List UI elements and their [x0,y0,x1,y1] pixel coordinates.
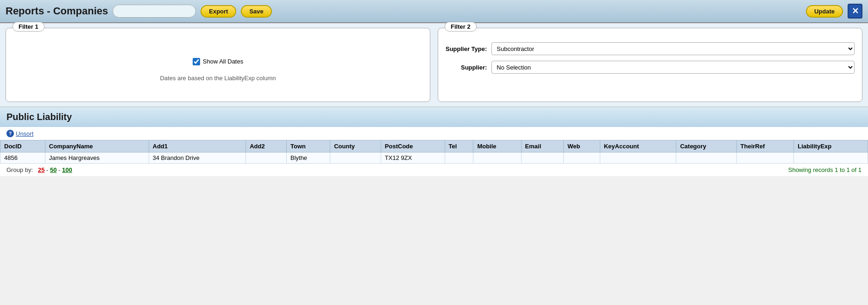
cell-add1: 34 Brandon Drive [149,152,246,164]
dates-note: Dates are based on the LiabilityExp colu… [160,75,276,82]
col-header-web: Web [564,140,600,152]
page-title: Reports - Companies [6,5,108,17]
filter2-content: Supplier Type: Subcontractor Supplier Cl… [446,33,855,74]
results-table: DocIDCompanyNameAdd1Add2TownCountyPostCo… [0,140,868,164]
group-50-link[interactable]: 50 [50,166,57,173]
showing-records: Showing records 1 to 1 of 1 [788,166,862,173]
cell-companyname: James Hargreaves [45,152,149,164]
filter1-box: Filter 1 Show All Dates Dates are based … [6,28,430,102]
unsort-link[interactable]: Unsort [16,130,33,137]
cell-email [521,152,564,164]
col-header-postcode: PostCode [381,140,445,152]
group-by-label: Group by: [6,166,33,173]
group-25-link[interactable]: 25 [38,166,44,173]
table-footer: Group by: 25 - 50 - 100 Showing records … [0,164,868,176]
filter2-label: Filter 2 [445,22,477,32]
update-button[interactable]: Update [806,5,843,18]
help-icon: ? [6,130,14,137]
cell-keyaccount [600,152,676,164]
col-header-email: Email [521,140,564,152]
cell-web [564,152,600,164]
col-header-docid: DocID [0,140,45,152]
show-all-dates-row: Show All Dates [193,58,243,65]
close-button[interactable]: ✕ [848,4,862,19]
col-header-category: Category [676,140,736,152]
filter1-content: Show All Dates Dates are based on the Li… [13,33,422,97]
filter1-label: Filter 1 [13,22,44,32]
col-header-companyname: CompanyName [45,140,149,152]
col-header-county: County [330,140,381,152]
col-header-add1: Add1 [149,140,246,152]
col-header-liabilityexp: LiabilityExp [794,140,868,152]
unsort-row: ? Unsort [0,127,868,140]
col-header-theirref: TheirRef [736,140,794,152]
cell-category [676,152,736,164]
col-header-town: Town [286,140,330,152]
cell-county [330,152,381,164]
filters-area: Filter 1 Show All Dates Dates are based … [0,23,868,107]
cell-theirref [736,152,794,164]
table-body: 4856James Hargreaves34 Brandon DriveBlyt… [0,152,868,164]
col-header-add2: Add2 [246,140,287,152]
table-header: DocIDCompanyNameAdd1Add2TownCountyPostCo… [0,140,868,152]
cell-add2 [246,152,287,164]
cell-docid: 4856 [0,152,45,164]
show-all-dates-checkbox[interactable] [193,58,200,65]
show-all-dates-label: Show All Dates [203,58,243,65]
results-area: Public Liability ? Unsort DocIDCompanyNa… [0,107,868,176]
search-input[interactable] [113,5,196,18]
app-header: Reports - Companies Export Save Update ✕ [0,0,868,23]
col-header-mobile: Mobile [473,140,521,152]
group-100-link[interactable]: 100 [62,166,72,173]
cell-liabilityexp [794,152,868,164]
cell-town: Blythe [286,152,330,164]
group-separator-2: - [58,166,62,173]
export-button[interactable]: Export [201,5,236,18]
col-header-tel: Tel [445,140,473,152]
filter2-box: Filter 2 Supplier Type: Subcontractor Su… [438,28,862,102]
group-by: Group by: 25 - 50 - 100 [6,166,72,173]
supplier-label: Supplier: [446,64,487,71]
group-separator-1: - [46,166,50,173]
col-header-keyaccount: KeyAccount [600,140,676,152]
cell-tel [445,152,473,164]
table-header-row: DocIDCompanyNameAdd1Add2TownCountyPostCo… [0,140,868,152]
results-section-title: Public Liability [0,107,868,127]
supplier-type-label: Supplier Type: [446,45,487,52]
cell-mobile [473,152,521,164]
supplier-type-select[interactable]: Subcontractor Supplier Client Other [491,42,855,55]
save-button[interactable]: Save [241,5,271,18]
table-row: 4856James Hargreaves34 Brandon DriveBlyt… [0,152,868,164]
supplier-select[interactable]: No Selection Option 1 Option 2 [491,61,855,74]
cell-postcode: TX12 9ZX [381,152,445,164]
